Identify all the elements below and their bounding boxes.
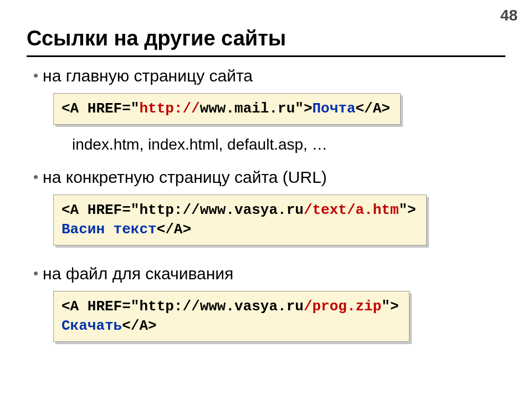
code-fragment: Скачать (62, 318, 122, 334)
code-example-1: <A HREF="http://www.mail.ru">Почта</A> (53, 93, 499, 125)
bullet-item: • на файл для скачивания (33, 264, 499, 283)
code-box: <A HREF="http://www.vasya.ru/prog.zip"> … (53, 291, 410, 342)
bullet-text: на файл для скачивания (43, 264, 233, 283)
code-example-3: <A HREF="http://www.vasya.ru/prog.zip"> … (53, 291, 499, 342)
code-fragment: <A HREF="http://www.vasya.ru (62, 298, 304, 315)
code-fragment: <A HREF="http://www.vasya.ru (62, 202, 304, 218)
code-fragment: Васин текст (62, 221, 157, 238)
page-number: 48 (500, 7, 518, 24)
code-fragment: Почта (313, 100, 356, 117)
code-fragment: http:// (139, 100, 200, 117)
bullet-dot-icon: • (33, 68, 38, 83)
code-fragment: </A> (157, 221, 191, 238)
code-fragment: "> (381, 298, 398, 315)
title-underline (27, 55, 505, 57)
code-fragment: "> (399, 202, 416, 218)
code-fragment: </A> (356, 100, 390, 117)
code-fragment: /prog.zip (304, 298, 381, 315)
bullet-item: • на главную страницу сайта (33, 66, 499, 85)
code-fragment: </A> (122, 318, 156, 334)
bullet-text: на главную страницу сайта (43, 66, 253, 85)
sub-note: index.htm, index.html, default.asp, … (72, 136, 499, 154)
bullet-item: • на конкретную страницу сайта (URL) (33, 168, 499, 187)
bullet-dot-icon: • (33, 170, 38, 184)
code-box: <A HREF="http://www.vasya.ru/text/a.htm"… (53, 195, 427, 245)
bullet-dot-icon: • (33, 266, 38, 280)
code-example-2: <A HREF="http://www.vasya.ru/text/a.htm"… (53, 195, 499, 245)
code-fragment: www.mail.ru"> (200, 100, 313, 117)
slide-title: Ссылки на другие сайты (27, 27, 286, 50)
slide-content: • на главную страницу сайта <A HREF="htt… (33, 64, 499, 353)
code-fragment: /text/a.htm (304, 202, 399, 218)
code-fragment: <A HREF=" (62, 100, 139, 117)
bullet-text: на конкретную страницу сайта (URL) (43, 168, 327, 187)
code-box: <A HREF="http://www.mail.ru">Почта</A> (53, 93, 401, 125)
